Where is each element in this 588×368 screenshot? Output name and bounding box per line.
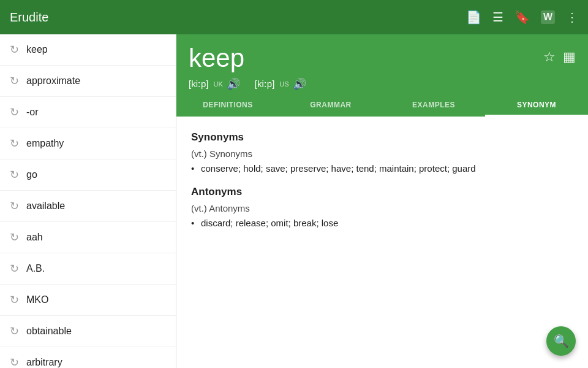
sidebar-item-label: go [26,169,37,180]
pronunciation-us-text: [kiːp] [255,79,275,90]
pronunciation-uk: [kiːp] UK 🔊 [189,77,240,91]
synonyms-heading: Synonyms [191,131,573,144]
word-icon[interactable]: W [541,10,555,24]
synonyms-list: conserve; hold; save; preserve; have; te… [191,161,573,176]
sidebar-item-label: empathy [26,138,64,149]
sidebar-item-obtainable[interactable]: ↻ obtainable [0,316,176,347]
history-icon: ↻ [10,262,19,275]
word-actions: ☆ ▦ [543,44,576,65]
word-header-top: keep ☆ ▦ [189,44,576,72]
sidebar-item-label: keep [26,44,48,55]
sidebar-item-label: -or [26,107,39,118]
history-icon: ↻ [10,137,19,150]
history-icon: ↻ [10,356,19,368]
sidebar-item-label: obtainable [26,326,72,337]
sidebar-item-arbitrary[interactable]: ↻ arbitrary [0,347,176,368]
sidebar-item-label: available [26,201,65,212]
tab-grammar[interactable]: GRAMMAR [279,93,382,117]
sidebar-item-keep[interactable]: ↻ keep [0,34,176,66]
sidebar-item-label: arbitrary [26,357,62,368]
pronunciation-us: [kiːp] US 🔊 [255,77,306,91]
top-bar-icons: 📄 ☰ 🔖 W ⋮ [466,10,578,25]
sidebar-item-label: approximate [26,75,80,86]
list-icon[interactable]: ☰ [492,10,503,25]
sidebar-item-label: MKO [26,294,48,305]
history-icon: ↻ [10,43,19,56]
history-icon: ↻ [10,231,19,244]
tab-examples[interactable]: EXAMPLES [382,93,485,117]
sidebar-item-empathy[interactable]: ↻ empathy [0,128,176,159]
history-icon: ↻ [10,105,19,119]
sidebar-item-label: aah [26,232,43,243]
sidebar-item-go[interactable]: ↻ go [0,159,176,191]
more-icon[interactable]: ⋮ [566,10,578,25]
history-icon: ↻ [10,324,19,338]
history-icon: ↻ [10,168,19,182]
flashcard-icon[interactable]: 📄 [466,10,481,25]
tab-synonym[interactable]: SYNONYM [485,93,588,117]
word-title: keep [189,44,244,72]
sidebar-item-mko[interactable]: ↻ MKO [0,285,176,316]
word-header: keep ☆ ▦ [kiːp] UK 🔊 [kiːp] US 🔊 [176,34,588,93]
right-panel: keep ☆ ▦ [kiːp] UK 🔊 [kiːp] US 🔊 [176,34,588,368]
pronunciation-uk-text: [kiːp] [189,79,209,90]
content-area: Synonyms (vt.) Synonyms conserve; hold; … [176,117,588,368]
main-content: ↻ keep ↻ approximate ↻ -or ↻ empathy ↻ g… [0,34,588,368]
pronunciations: [kiːp] UK 🔊 [kiːp] US 🔊 [189,77,576,93]
pronunciation-uk-label: UK [214,80,223,88]
app-title: Erudite [10,10,466,25]
antonyms-list: discard; release; omit; break; lose [191,216,573,231]
bookmark-icon[interactable]: 🔖 [514,10,530,25]
synonyms-pos: (vt.) Synonyms [191,148,573,159]
star-icon[interactable]: ☆ [543,49,556,65]
top-bar: Erudite 📄 ☰ 🔖 W ⋮ [0,0,588,34]
speaker-uk-icon[interactable]: 🔊 [227,77,240,91]
sidebar: ↻ keep ↻ approximate ↻ -or ↻ empathy ↻ g… [0,34,176,368]
history-icon: ↻ [10,74,19,88]
speaker-us-icon[interactable]: 🔊 [293,77,306,91]
history-icon: ↻ [10,199,19,213]
sidebar-item-aah[interactable]: ↻ aah [0,222,176,253]
search-icon: 🔍 [554,334,569,348]
pronunciation-us-label: US [279,80,288,88]
sidebar-item-or[interactable]: ↻ -or [0,97,176,128]
copy-icon[interactable]: ▦ [563,49,576,65]
sidebar-item-available[interactable]: ↻ available [0,191,176,222]
antonyms-pos: (vt.) Antonyms [191,203,573,213]
tabs: DEFINITIONSGRAMMAREXAMPLESSYNONYM [176,93,588,117]
antonyms-heading: Antonyms [191,186,573,198]
sidebar-item-label: A.B. [26,263,45,274]
search-fab[interactable]: 🔍 [546,326,576,356]
tab-definitions[interactable]: DEFINITIONS [176,93,279,117]
history-icon: ↻ [10,293,19,307]
sidebar-item-approximate[interactable]: ↻ approximate [0,66,176,97]
sidebar-item-ab[interactable]: ↻ A.B. [0,253,176,285]
